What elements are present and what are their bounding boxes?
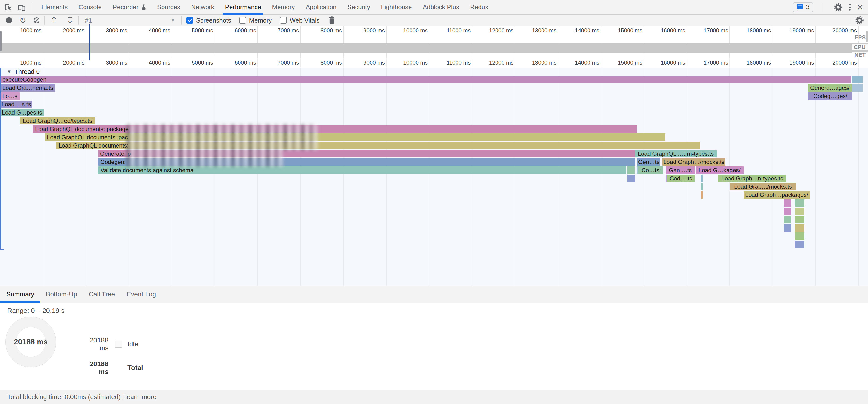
close-icon[interactable]: × bbox=[857, 2, 863, 12]
flame-bar[interactable]: Lo…s bbox=[0, 92, 20, 100]
flame-block[interactable] bbox=[795, 208, 804, 215]
reload-and-record-icon[interactable]: ↻ bbox=[20, 16, 26, 25]
checkbox-box[interactable] bbox=[186, 17, 193, 24]
details-tab-event-log[interactable]: Event Log bbox=[121, 286, 162, 303]
tab-security[interactable]: Security bbox=[347, 0, 370, 14]
legend-value: 20188 ms bbox=[80, 336, 108, 352]
flame-block[interactable] bbox=[852, 76, 863, 83]
flame-block[interactable] bbox=[795, 199, 804, 207]
flame-block[interactable] bbox=[702, 175, 703, 182]
flame-bar[interactable]: Load …s.ts bbox=[0, 100, 32, 108]
details-tab-bottom-up[interactable]: Bottom-Up bbox=[40, 286, 83, 303]
flame-bar[interactable]: Gen….ts bbox=[665, 166, 695, 174]
tab-redux[interactable]: Redux bbox=[470, 0, 488, 14]
checkbox-box[interactable] bbox=[280, 17, 287, 24]
flame-bar[interactable]: Genera…ages/ bbox=[808, 84, 851, 92]
flame-block[interactable] bbox=[702, 183, 703, 190]
tab-recorder[interactable]: Recorder bbox=[113, 0, 146, 14]
tab-sources[interactable]: Sources bbox=[157, 0, 180, 14]
flame-bar[interactable]: Cod….ts bbox=[667, 175, 695, 182]
flame-block[interactable] bbox=[852, 84, 863, 92]
overview-scrollbar[interactable] bbox=[866, 31, 868, 42]
flame-bar[interactable]: Load Graph…packages/ bbox=[744, 191, 810, 198]
history-dropdown[interactable]: #1 ▼ bbox=[85, 17, 175, 24]
flame-block[interactable] bbox=[784, 224, 791, 231]
flame-bar[interactable]: Validate documents against schema bbox=[98, 166, 626, 174]
tab-elements[interactable]: Elements bbox=[41, 0, 68, 14]
ruler-tick-label: 17000 ms bbox=[689, 60, 728, 66]
issues-count: 3 bbox=[806, 3, 810, 11]
checkbox-web-vitals[interactable]: Web Vitals bbox=[280, 17, 319, 24]
collapse-triangle-icon[interactable]: ▼ bbox=[7, 69, 11, 74]
flame-bar[interactable]: Load GraphQL …urn-types.ts bbox=[635, 150, 717, 157]
flame-chart[interactable]: ▼ Thread 0 executeCodegenLoad Gra…hema.t… bbox=[0, 68, 868, 286]
flame-block[interactable] bbox=[795, 224, 804, 231]
details-tab-summary[interactable]: Summary bbox=[0, 286, 40, 303]
checkbox-box[interactable] bbox=[239, 17, 246, 24]
tab-network[interactable]: Network bbox=[191, 0, 214, 14]
flame-bar[interactable]: Load GraphQL documents: package bbox=[33, 125, 637, 133]
flame-bar[interactable]: Codeg…ges/ bbox=[808, 92, 852, 100]
ruler-tick-label: 13000 ms bbox=[518, 60, 557, 66]
ruler-tick-label: 15000 ms bbox=[603, 27, 642, 34]
tab-memory[interactable]: Memory bbox=[272, 0, 295, 14]
save-profile-icon[interactable]: ↧ bbox=[66, 16, 73, 25]
trash-icon[interactable] bbox=[328, 16, 336, 25]
flame-block[interactable] bbox=[627, 166, 634, 174]
learn-more-link[interactable]: Learn more bbox=[123, 393, 156, 401]
gridline bbox=[43, 68, 43, 286]
tab-lighthouse[interactable]: Lighthouse bbox=[381, 0, 412, 14]
flame-bar[interactable]: Load Graph…n-types.ts bbox=[718, 175, 786, 182]
record-controls: ↻ bbox=[0, 16, 39, 25]
clear-icon[interactable] bbox=[34, 18, 39, 23]
tab-application[interactable]: Application bbox=[306, 0, 336, 14]
capture-settings-gear-icon[interactable] bbox=[855, 16, 864, 25]
flame-bar[interactable]: Load Gra…hema.ts bbox=[0, 84, 56, 92]
tab-performance[interactable]: Performance bbox=[225, 0, 261, 14]
checkbox-screenshots[interactable]: Screenshots bbox=[186, 17, 231, 24]
ruler-tick-label: 10000 ms bbox=[389, 27, 428, 34]
device-toolbar-icon[interactable] bbox=[17, 3, 26, 12]
gridline bbox=[472, 58, 472, 67]
redaction-blur bbox=[126, 157, 284, 167]
gridline bbox=[129, 58, 129, 67]
tab-adblock-plus[interactable]: Adblock Plus bbox=[423, 0, 459, 14]
tab-console[interactable]: Console bbox=[79, 0, 101, 14]
gridline bbox=[86, 68, 86, 286]
flame-bar[interactable]: Load GraphQ…ed/types.ts bbox=[20, 117, 95, 124]
legend-swatch-empty bbox=[115, 364, 122, 372]
flame-bar[interactable]: Gen…ts bbox=[638, 158, 660, 166]
flame-block[interactable] bbox=[627, 175, 634, 182]
issues-badge[interactable]: 3 bbox=[793, 2, 813, 12]
settings-gear-icon[interactable] bbox=[834, 3, 843, 12]
record-button[interactable] bbox=[6, 17, 12, 24]
flame-block[interactable] bbox=[784, 199, 791, 207]
thread-header[interactable]: ▼ Thread 0 bbox=[7, 68, 40, 75]
ruler-tick-label: 8000 ms bbox=[303, 27, 342, 34]
timeline-overview[interactable]: 1000 ms2000 ms3000 ms4000 ms5000 ms6000 … bbox=[0, 26, 868, 58]
lane-label-cpu: CPU bbox=[852, 44, 868, 51]
flame-bar[interactable]: Load G…pes.ts bbox=[0, 109, 44, 116]
inspect-element-icon[interactable] bbox=[4, 3, 13, 12]
flame-block[interactable] bbox=[784, 208, 791, 215]
flame-block[interactable] bbox=[702, 191, 703, 198]
flame-block[interactable] bbox=[795, 216, 804, 223]
flame-bar[interactable]: executeCodegen bbox=[0, 76, 851, 83]
flame-block[interactable] bbox=[795, 232, 804, 240]
tabbar-right: 3 × bbox=[793, 2, 868, 12]
tab-label: Performance bbox=[225, 3, 261, 11]
overview-window-marker[interactable] bbox=[89, 24, 90, 60]
flame-block[interactable] bbox=[784, 216, 791, 223]
flame-bar[interactable]: Load G…kages/ bbox=[695, 166, 744, 174]
load-profile-icon[interactable]: ↥ bbox=[51, 16, 58, 25]
flame-bar[interactable]: Co…ts bbox=[638, 166, 663, 174]
more-options-icon[interactable] bbox=[848, 3, 851, 12]
flame-bar[interactable]: Load Graph…/mocks.ts bbox=[662, 158, 725, 166]
gridline bbox=[858, 58, 859, 67]
flame-block[interactable] bbox=[795, 241, 804, 248]
overview-left-handle[interactable] bbox=[0, 31, 2, 51]
ruler-tick-label: 4000 ms bbox=[131, 27, 170, 34]
details-tab-call-tree[interactable]: Call Tree bbox=[83, 286, 121, 303]
checkbox-memory[interactable]: Memory bbox=[239, 17, 272, 24]
flame-bar[interactable]: Load Grap…/mocks.ts bbox=[730, 183, 796, 190]
